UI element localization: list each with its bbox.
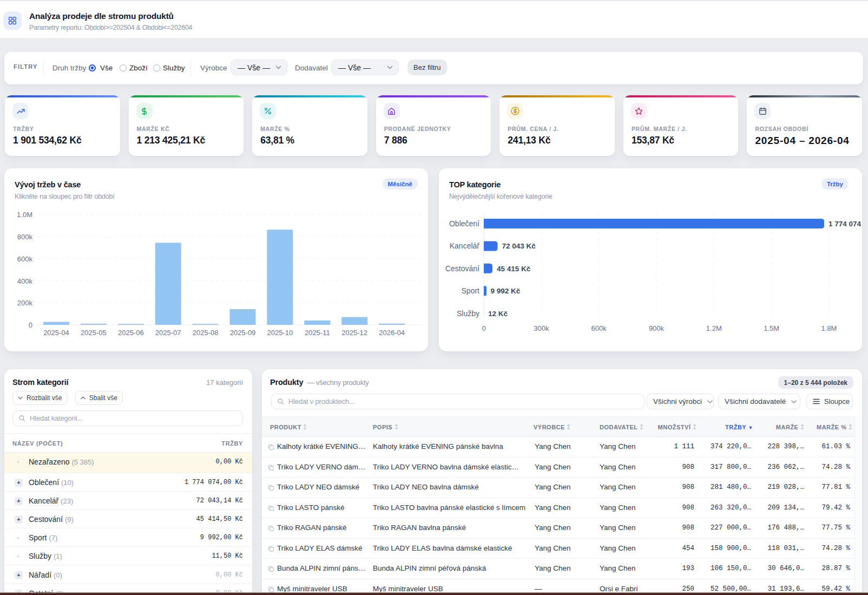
svg-text:9 992 Kč: 9 992 Kč [491,287,521,295]
svg-text:1 774 074 Kč: 1 774 074 Kč [828,220,862,228]
svg-text:2025-09: 2025-09 [230,329,256,337]
svg-text:Kancelář: Kancelář [450,241,480,250]
svg-text:600k: 600k [591,324,607,332]
svg-text:Cestování: Cestování [445,264,479,273]
svg-text:2025-12: 2025-12 [341,329,367,337]
svg-text:12 Kč: 12 Kč [488,310,508,318]
svg-text:1.5M: 1.5M [764,324,779,332]
svg-text:2025-04: 2025-04 [43,329,69,337]
svg-text:2025-11: 2025-11 [305,329,330,337]
svg-text:800k: 800k [17,233,33,241]
svg-text:2026-04: 2026-04 [379,329,405,337]
svg-text:72 043 Kč: 72 043 Kč [502,242,536,250]
svg-text:1.8M: 1.8M [821,324,837,332]
svg-text:Oblečení: Oblečení [449,219,479,228]
svg-text:2025-10: 2025-10 [267,329,293,337]
svg-text:400k: 400k [17,277,33,285]
svg-text:200k: 200k [17,299,33,307]
svg-text:0: 0 [29,321,32,329]
svg-text:Služby: Služby [457,309,479,318]
svg-text:2025-05: 2025-05 [81,329,107,337]
svg-text:2025-08: 2025-08 [193,329,219,337]
svg-text:600k: 600k [17,255,33,263]
svg-text:1.2M: 1.2M [706,324,722,332]
svg-text:2025-06: 2025-06 [118,329,144,337]
svg-text:1.0M: 1.0M [17,211,32,219]
svg-text:900k: 900k [649,324,665,332]
svg-text:45 415 Kč: 45 415 Kč [497,265,531,273]
svg-text:0: 0 [482,324,485,332]
svg-text:2025-07: 2025-07 [155,329,181,337]
svg-text:Sport: Sport [462,286,480,295]
svg-text:300k: 300k [534,324,549,332]
